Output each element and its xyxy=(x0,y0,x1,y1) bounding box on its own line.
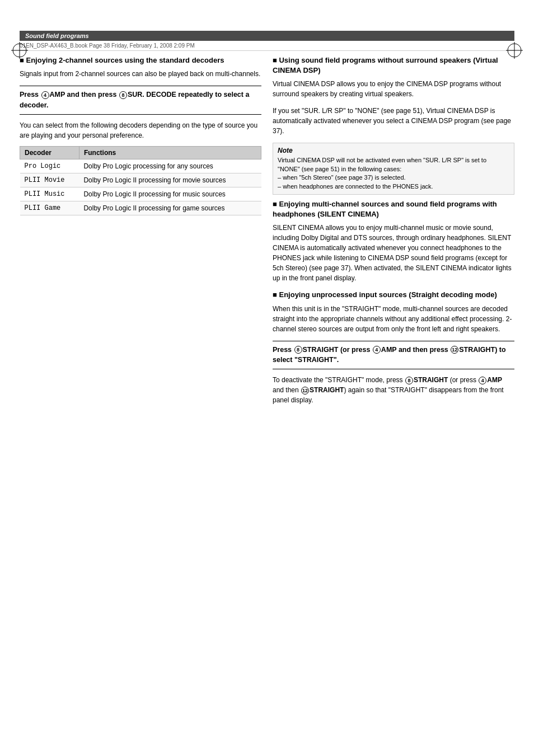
table-row: PLII Music Dolby Pro Logic II processing… xyxy=(20,187,261,201)
circle-12b: 12 xyxy=(301,387,309,395)
table-cell-decoder: PLII Movie xyxy=(20,173,79,187)
table-row: Pro Logic Dolby Pro Logic processing for… xyxy=(20,159,261,173)
table-cell-decoder: Pro Logic xyxy=(20,159,79,173)
main-content: Enjoying 2-channel sources using the sta… xyxy=(20,55,514,411)
left-column: Enjoying 2-channel sources using the sta… xyxy=(20,55,261,411)
section-title-2channel: Enjoying 2-channel sources using the sta… xyxy=(20,55,261,65)
circle-4c: 4 xyxy=(479,377,486,384)
table-header-decoder: Decoder xyxy=(20,146,79,159)
circle-8b: 8 xyxy=(294,346,302,354)
circle-12: 12 xyxy=(451,346,458,354)
section-body-virtual-cinema-1: Virtual CINEMA DSP allows you to enjoy t… xyxy=(273,79,514,99)
instruction-box-sur-decode: Press 4AMP and then press 8SUR. DECODE r… xyxy=(20,86,261,115)
table-cell-function: Dolby Pro Logic II processing for game s… xyxy=(79,201,261,215)
circle-4b: 4 xyxy=(373,346,381,354)
circle-8: 8 xyxy=(119,91,127,99)
circle-8c: 8 xyxy=(405,377,413,384)
section-title-straight: Enjoying unprocessed input sources (Stra… xyxy=(273,290,514,300)
table-row: PLII Movie Dolby Pro Logic II processing… xyxy=(20,173,261,187)
file-info: 01EN_DSP-AX463_B.book Page 38 Friday, Fe… xyxy=(20,43,514,51)
table-cell-function: Dolby Pro Logic processing for any sourc… xyxy=(79,159,261,173)
instruction-text-sur-decode: Press 4AMP and then press 8SUR. DECODE r… xyxy=(20,91,249,109)
circle-4: 4 xyxy=(41,91,49,99)
table-cell-decoder: PLII Music xyxy=(20,187,79,201)
crosshair-top-left xyxy=(11,42,28,59)
note-title: Note xyxy=(278,147,509,154)
section-body-silent-cinema: SILENT CINEMA allows you to enjoy multi-… xyxy=(273,223,514,283)
note-body: Virtual CINEMA DSP will not be activated… xyxy=(278,156,509,191)
note-box: Note Virtual CINEMA DSP will not be acti… xyxy=(273,143,514,195)
instruction-body-sur-decode: You can select from the following decode… xyxy=(20,120,261,140)
section-title-silent-cinema: Enjoying multi-channel sources and sound… xyxy=(273,199,514,219)
decoder-table: Decoder Functions Pro Logic Dolby Pro Lo… xyxy=(20,146,261,215)
section-header-label: Sound field programs xyxy=(25,32,89,39)
page: Sound field programs 01EN_DSP-AX463_B.bo… xyxy=(0,31,534,756)
section-header-bar: Sound field programs xyxy=(20,31,514,41)
instruction-body-straight: To deactivate the "STRAIGHT" mode, press… xyxy=(273,375,514,405)
crosshair-top-right xyxy=(506,42,523,59)
section-body-2channel: Signals input from 2-channel sources can… xyxy=(20,69,261,79)
table-row: PLII Game Dolby Pro Logic II processing … xyxy=(20,201,261,215)
section-body-virtual-cinema-2: If you set "SUR. L/R SP" to "NONE" (see … xyxy=(273,106,514,136)
right-column: Using sound field programs without surro… xyxy=(273,55,514,411)
table-header-functions: Functions xyxy=(79,146,261,159)
section-title-virtual-cinema: Using sound field programs without surro… xyxy=(273,55,514,76)
table-cell-decoder: PLII Game xyxy=(20,201,79,215)
instruction-text-straight: Press 8STRAIGHT (or press 4AMP and then … xyxy=(273,346,506,364)
table-cell-function: Dolby Pro Logic II processing for music … xyxy=(79,187,261,201)
section-body-straight: When this unit is in the "STRAIGHT" mode… xyxy=(273,304,514,334)
table-cell-function: Dolby Pro Logic II processing for movie … xyxy=(79,173,261,187)
instruction-box-straight: Press 8STRAIGHT (or press 4AMP and then … xyxy=(273,341,514,370)
